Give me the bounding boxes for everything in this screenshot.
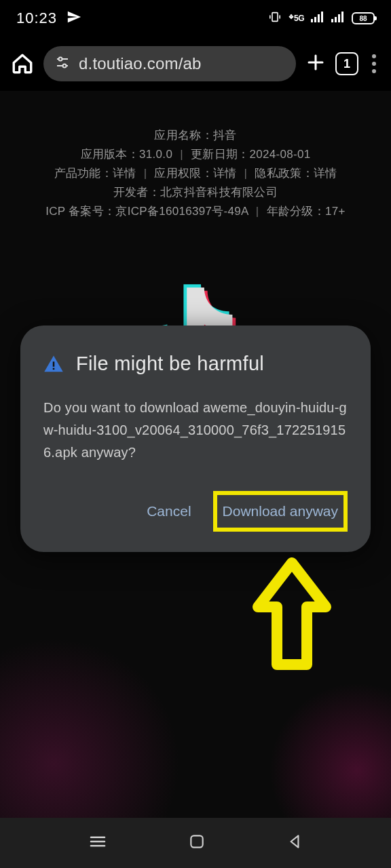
- dialog-title: File might be harmful: [76, 353, 264, 375]
- meta-features[interactable]: 产品功能：详情: [54, 167, 136, 180]
- svg-rect-10: [341, 12, 343, 22]
- download-warning-dialog: File might be harmful Do you want to dow…: [20, 326, 371, 552]
- site-settings-icon[interactable]: [54, 54, 71, 73]
- app-metadata: 应用名称：抖音 应用版本：31.0.0 | 更新日期：2024-08-01 产品…: [0, 126, 391, 221]
- menu-icon[interactable]: [368, 54, 380, 73]
- svg-rect-5: [318, 14, 320, 22]
- meta-privacy[interactable]: 隐私政策：详情: [255, 167, 337, 180]
- meta-version: 应用版本：31.0.0: [81, 148, 173, 161]
- back-nav-icon[interactable]: [286, 833, 303, 853]
- svg-rect-17: [53, 361, 55, 367]
- svg-rect-3: [311, 19, 313, 22]
- svg-rect-18: [53, 368, 55, 370]
- meta-developer: 开发者：北京抖音科技有限公司: [0, 183, 391, 202]
- warning-icon: [43, 354, 64, 374]
- network-type-label: ❖5G: [288, 14, 304, 23]
- home-icon[interactable]: [11, 52, 34, 75]
- dialog-message: Do you want to download aweme_douyin-hui…: [43, 397, 348, 464]
- status-bar: 10:23 ❖5G 88: [0, 0, 391, 37]
- address-bar[interactable]: d.toutiao.com/ab: [43, 46, 296, 81]
- svg-point-14: [63, 64, 67, 68]
- svg-rect-7: [331, 19, 333, 22]
- meta-update-date: 更新日期：2024-08-01: [191, 148, 310, 161]
- tab-switcher-button[interactable]: 1: [335, 52, 358, 75]
- signal-icon: [311, 12, 324, 25]
- battery-indicator: 88: [352, 12, 375, 24]
- highlight-annotation: Download anyway: [213, 491, 348, 532]
- vibrate-icon: [268, 12, 282, 25]
- status-time: 10:23: [16, 9, 57, 27]
- svg-point-12: [59, 58, 62, 61]
- svg-rect-9: [338, 14, 340, 22]
- new-tab-icon[interactable]: [305, 52, 326, 75]
- recent-apps-icon[interactable]: [88, 831, 108, 854]
- svg-rect-22: [191, 835, 202, 847]
- svg-rect-6: [321, 12, 323, 22]
- system-nav-bar: [0, 818, 391, 868]
- svg-rect-8: [335, 17, 337, 22]
- svg-rect-0: [272, 13, 278, 22]
- download-anyway-button[interactable]: Download anyway: [219, 496, 342, 526]
- meta-permissions[interactable]: 应用权限：详情: [154, 167, 236, 180]
- svg-rect-4: [314, 17, 316, 22]
- url-text: d.toutiao.com/ab: [79, 54, 202, 73]
- meta-app-name: 应用名称：抖音: [0, 126, 391, 145]
- cancel-button[interactable]: Cancel: [144, 496, 193, 526]
- telegram-icon: [67, 9, 81, 27]
- meta-age-rating: 年龄分级：17+: [267, 205, 346, 218]
- signal-icon-2: [331, 12, 345, 25]
- meta-icp: ICP 备案号：京ICP备16016397号-49A: [45, 205, 248, 218]
- home-nav-icon[interactable]: [188, 833, 206, 853]
- browser-toolbar: d.toutiao.com/ab 1: [0, 37, 391, 91]
